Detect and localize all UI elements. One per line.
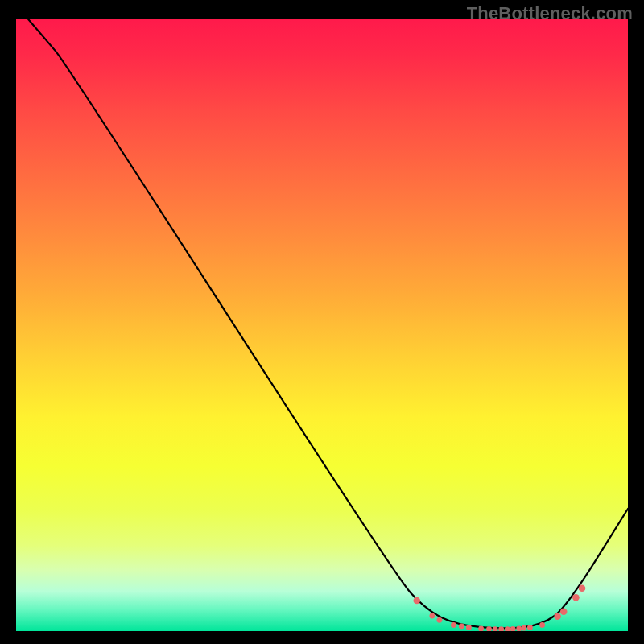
data-marker [437, 617, 443, 623]
data-marker [572, 594, 580, 601]
data-marker [414, 597, 421, 605]
data-marker [466, 625, 472, 630]
data-marker [554, 613, 561, 620]
data-marker [459, 624, 464, 630]
data-marker [560, 608, 568, 615]
plot-background [16, 19, 628, 631]
data-marker [521, 625, 526, 631]
chart-container: TheBottleneck.com [0, 0, 644, 644]
plot-svg [16, 19, 628, 631]
data-marker [579, 585, 586, 592]
data-marker [539, 622, 545, 628]
data-marker [429, 613, 435, 619]
data-marker [451, 622, 456, 628]
data-marker [527, 625, 533, 630]
